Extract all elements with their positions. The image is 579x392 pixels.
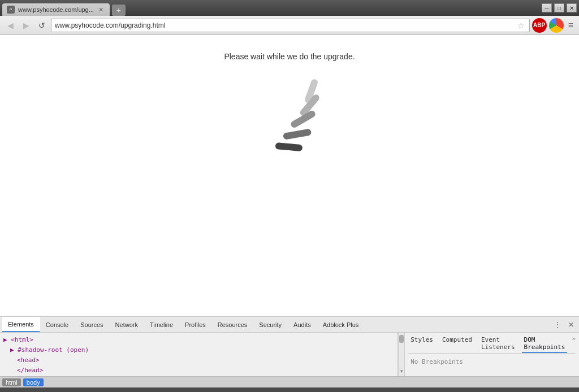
svg-rect-6 [275,142,303,151]
right-tab-dom-breakpoints[interactable]: DOM Breakpoints [522,335,568,353]
chrome-menu-button[interactable] [549,18,564,33]
right-tab-computed[interactable]: Computed [440,335,474,353]
tab-console[interactable]: Console [40,317,75,332]
tab-timeline[interactable]: Timeline [144,317,179,332]
reload-button[interactable]: ↺ [35,19,49,32]
dom-body-highlight[interactable]: ▼ <body> == $0 [3,376,394,376]
no-breakpoints-message: No Breakpoints [408,356,576,368]
title-bar: P www.psyhocode.com/upg... ✕ + ─ □ ✕ [0,0,579,16]
dom-head-close[interactable]: </head> [3,365,394,376]
address-bar-container: ☆ [51,19,530,32]
back-button[interactable]: ◀ [3,19,17,32]
devtools-right-tabs: Styles Computed Event Listeners DOM Brea… [408,335,576,354]
new-tab-button[interactable]: + [112,5,126,16]
html-breadcrumb[interactable]: html [2,378,21,386]
tab-close-button[interactable]: ✕ [97,6,105,14]
devtools-tabs: Elements Console Sources Network Timelin… [2,317,552,332]
tab-favicon: P [7,6,15,14]
devtools-toolbar: Elements Console Sources Network Timelin… [0,317,579,333]
devtools-right-panel: Styles Computed Event Listeners DOM Brea… [405,333,579,376]
close-button[interactable]: ✕ [567,3,577,12]
dom-head-open[interactable]: <head> [3,355,394,365]
dom-shadow-root[interactable]: ▶ #shadow-root (open) [3,345,394,355]
dom-html-tag[interactable]: ▶ <html> [3,335,394,345]
dom-inspector: ▶ <html> ▶ #shadow-root (open) <head> </… [0,333,398,376]
nav-bar: ◀ ▶ ↺ ☆ ABP ≡ [0,16,579,35]
active-tab[interactable]: P www.psyhocode.com/upg... ✕ [2,3,110,16]
devtools-main: ▶ <html> ▶ #shadow-root (open) <head> </… [0,333,579,376]
browser-menu-button[interactable]: ≡ [566,20,576,31]
devtools-more-button[interactable]: ⋮ [552,319,563,330]
tab-sources[interactable]: Sources [75,317,109,332]
minimize-button[interactable]: ─ [542,3,552,12]
tab-area: P www.psyhocode.com/upg... ✕ + [2,0,537,16]
page-content: Please wait while we do the upgrade. [224,52,355,140]
tab-resources[interactable]: Resources [212,317,254,332]
right-tab-event-listeners[interactable]: Event Listeners [479,335,517,353]
loading-spinner [264,72,315,140]
tab-audits[interactable]: Audits [288,317,317,332]
tab-adblock[interactable]: Adblock Plus [317,317,365,332]
tab-profiles[interactable]: Profiles [179,317,212,332]
scroll-down-arrow: ▼ [399,369,404,374]
address-bar[interactable] [55,21,516,29]
page-message: Please wait while we do the upgrade. [224,52,355,61]
maximize-button[interactable]: □ [554,3,564,12]
svg-rect-5 [283,128,312,140]
right-tabs-more[interactable]: » [572,335,576,353]
scrollbar-thumb [399,335,404,343]
devtools-close-button[interactable]: ✕ [565,319,577,330]
svg-text:P: P [10,8,12,12]
adblock-button[interactable]: ABP [532,18,547,33]
forward-button[interactable]: ▶ [19,19,33,32]
right-tab-styles[interactable]: Styles [408,335,435,353]
tab-title: www.psyhocode.com/upg... [18,6,94,13]
tab-security[interactable]: Security [253,317,288,332]
browser-content: Please wait while we do the upgrade. [0,35,579,316]
tab-network[interactable]: Network [110,317,144,332]
body-breadcrumb[interactable]: body [23,378,44,386]
devtools-panel: Elements Console Sources Network Timelin… [0,316,579,376]
status-bar: html body [0,376,579,387]
window-controls: ─ □ ✕ [542,3,577,12]
left-scrollbar[interactable]: ▼ [398,333,405,376]
devtools-controls: ⋮ ✕ [552,319,577,330]
tab-elements[interactable]: Elements [2,317,40,332]
bookmark-button[interactable]: ☆ [516,21,526,30]
